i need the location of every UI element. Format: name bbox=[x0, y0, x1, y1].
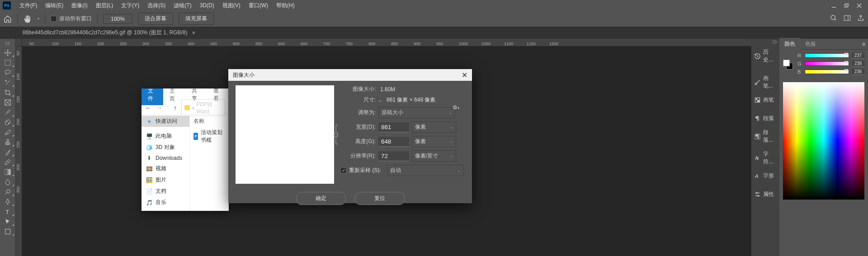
brush-tool[interactable] bbox=[0, 127, 15, 137]
type-tool[interactable]: T bbox=[0, 207, 15, 217]
nav-recent-icon[interactable]: ˅ bbox=[167, 106, 169, 110]
file-item[interactable]: P活动策划书模 bbox=[190, 127, 229, 146]
foreground-color-swatch[interactable] bbox=[783, 60, 790, 66]
path-select-tool[interactable] bbox=[0, 217, 15, 227]
eyedropper-tool[interactable] bbox=[0, 107, 15, 117]
height-input[interactable] bbox=[378, 137, 409, 147]
width-input[interactable] bbox=[378, 122, 409, 132]
address-bar[interactable]: ›PDF转Word bbox=[181, 99, 225, 116]
magic-wand-tool[interactable] bbox=[0, 78, 15, 88]
dialog-close-icon[interactable]: ✕ bbox=[462, 71, 467, 79]
menu-window[interactable]: 窗口(W) bbox=[245, 0, 272, 11]
menu-file[interactable]: 文件(F) bbox=[15, 0, 41, 11]
expand-panels-icon[interactable] bbox=[751, 40, 779, 45]
sidebar-documents[interactable]: 📄文档 bbox=[142, 186, 189, 197]
color-spectrum[interactable] bbox=[783, 82, 864, 200]
workspace-icon[interactable] bbox=[844, 14, 851, 23]
r-slider[interactable] bbox=[805, 53, 849, 58]
ruler-origin[interactable] bbox=[15, 39, 22, 47]
shape-tool[interactable] bbox=[0, 227, 15, 237]
panel-character[interactable]: A字符... bbox=[751, 147, 779, 169]
hand-tool-icon[interactable] bbox=[23, 14, 32, 23]
res-input[interactable] bbox=[378, 151, 409, 161]
reset-button[interactable]: 复位 bbox=[355, 192, 405, 205]
fg-bg-swatches[interactable] bbox=[783, 60, 793, 70]
document-tab[interactable]: 86be445d8cd7cb82864406c2d7c296e5.gif @ 1… bbox=[17, 27, 201, 39]
history-brush-tool[interactable] bbox=[0, 147, 15, 157]
menu-filter[interactable]: 滤镜(T) bbox=[170, 0, 195, 11]
window-maximize[interactable] bbox=[840, 1, 853, 10]
gear-icon[interactable]: ⚙▾ bbox=[453, 104, 459, 111]
scroll-all-checkbox[interactable]: 滚动所有窗口 bbox=[51, 15, 92, 23]
ruler-vertical[interactable]: 50100150200250300350 bbox=[15, 47, 22, 256]
healing-tool[interactable] bbox=[0, 117, 15, 127]
adjust-select[interactable]: 原稿大小⌄ bbox=[378, 107, 455, 118]
close-tab-icon[interactable]: × bbox=[192, 29, 195, 36]
stamp-tool[interactable] bbox=[0, 137, 15, 147]
tab-color[interactable]: 颜色 bbox=[779, 38, 800, 50]
panel-menu-icon[interactable]: ≡ bbox=[859, 41, 868, 47]
zoom-level[interactable]: 100% bbox=[103, 14, 132, 24]
sidebar-videos[interactable]: 🎞️视频 bbox=[142, 163, 189, 174]
ok-button[interactable]: 确定 bbox=[296, 192, 346, 205]
fill-screen-button[interactable]: 填充屏幕 bbox=[179, 13, 214, 25]
marquee-tool[interactable] bbox=[0, 58, 15, 68]
dodge-tool[interactable] bbox=[0, 187, 15, 197]
panel-glyphs[interactable]: A字形 bbox=[751, 169, 779, 183]
menu-select[interactable]: 选择(S) bbox=[143, 0, 170, 11]
sidebar-desktop[interactable]: ▬桌面 bbox=[142, 208, 189, 211]
menu-help[interactable]: 帮助(H) bbox=[272, 0, 299, 11]
resample-select[interactable]: 自动⌄ bbox=[387, 165, 464, 176]
crop-tool[interactable] bbox=[0, 88, 15, 98]
move-tool[interactable] bbox=[0, 48, 15, 58]
toolbox-collapse-icon[interactable] bbox=[0, 41, 15, 46]
r-value[interactable]: 237 bbox=[852, 52, 864, 59]
b-slider[interactable] bbox=[805, 70, 849, 74]
sidebar-3d-objects[interactable]: 🧊3D 对象 bbox=[142, 142, 189, 153]
fit-screen-button[interactable]: 适合屏幕 bbox=[138, 13, 173, 25]
menu-3d[interactable]: 3D(D) bbox=[196, 0, 218, 10]
tab-swatches[interactable]: 色板 bbox=[800, 38, 821, 50]
menu-layer[interactable]: 图层(L) bbox=[92, 0, 118, 11]
nav-forward-icon[interactable]: → bbox=[156, 104, 162, 112]
panel-brushes[interactable]: 画笔 bbox=[751, 93, 779, 107]
lasso-tool[interactable] bbox=[0, 68, 15, 78]
blur-tool[interactable] bbox=[0, 177, 15, 187]
res-unit-select[interactable]: 像素/英寸⌄ bbox=[412, 150, 456, 162]
panel-properties[interactable]: 属性 bbox=[751, 187, 779, 201]
b-value[interactable]: 236 bbox=[852, 69, 864, 75]
column-header-name[interactable]: 名称 bbox=[190, 116, 229, 127]
sidebar-this-pc[interactable]: 🖥️此电脑 bbox=[142, 130, 189, 142]
resample-checkbox[interactable]: ✓ bbox=[340, 168, 346, 173]
panel-brush-settings[interactable]: 画笔... bbox=[751, 71, 779, 93]
sidebar-downloads[interactable]: ⬇Downloads bbox=[142, 153, 189, 163]
window-close[interactable] bbox=[853, 1, 865, 10]
menu-view[interactable]: 视图(V) bbox=[218, 0, 245, 11]
nav-up-icon[interactable]: ↑ bbox=[174, 104, 177, 112]
share-icon[interactable] bbox=[857, 14, 864, 23]
pen-tool[interactable] bbox=[0, 197, 15, 207]
panel-paragraph[interactable]: 段落 bbox=[751, 112, 779, 126]
width-unit-select[interactable]: 像素⌄ bbox=[412, 121, 456, 133]
eraser-tool[interactable] bbox=[0, 157, 15, 167]
g-value[interactable]: 238 bbox=[852, 61, 864, 67]
sidebar-quick-access[interactable]: ★快速访问 bbox=[142, 116, 189, 127]
panel-history[interactable]: 历史... bbox=[751, 45, 779, 67]
menu-edit[interactable]: 编辑(E) bbox=[41, 0, 67, 11]
g-slider[interactable] bbox=[805, 61, 849, 66]
sidebar-pictures[interactable]: 🖼️图片 bbox=[142, 174, 189, 186]
dim-unit-toggle[interactable]: ⌄ bbox=[378, 98, 382, 102]
nav-back-icon[interactable]: ← bbox=[145, 104, 151, 112]
explorer-tab-file[interactable]: 文件 bbox=[142, 88, 163, 105]
home-icon[interactable] bbox=[4, 15, 12, 23]
gradient-tool[interactable] bbox=[0, 167, 15, 177]
search-icon[interactable] bbox=[830, 14, 837, 23]
ruler-horizontal[interactable]: 5010015020025030035040045050055060065070… bbox=[22, 39, 751, 47]
height-unit-select[interactable]: 像素⌄ bbox=[412, 136, 456, 147]
panel-paragraph-styles[interactable]: 段落... bbox=[751, 126, 779, 147]
frame-tool[interactable] bbox=[0, 98, 15, 107]
menu-image[interactable]: 图像(I) bbox=[67, 0, 91, 11]
menu-type[interactable]: 文字(Y) bbox=[117, 0, 143, 11]
sidebar-music[interactable]: 🎵音乐 bbox=[142, 197, 189, 208]
link-icon[interactable] bbox=[333, 124, 340, 145]
